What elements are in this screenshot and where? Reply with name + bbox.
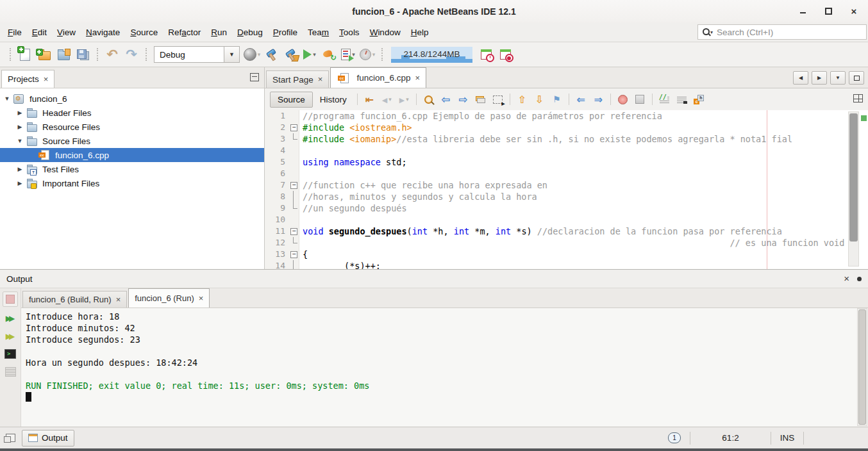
close-icon[interactable]: ×: [116, 297, 121, 303]
code-line-10[interactable]: 10: [265, 214, 868, 226]
source-view-button[interactable]: Source: [270, 92, 313, 108]
previous-bookmark-button[interactable]: [513, 91, 531, 108]
close-icon[interactable]: ×: [199, 295, 204, 302]
fold-marker[interactable]: −: [288, 226, 299, 237]
fold-marker[interactable]: −: [288, 122, 299, 133]
code-line-13[interactable]: 13−{: [265, 249, 868, 260]
tab-list-dropdown-button[interactable]: ▼: [830, 71, 846, 85]
rerun-button[interactable]: [3, 311, 17, 325]
debug-project-button[interactable]: [319, 45, 338, 64]
menu-edit[interactable]: Edit: [27, 24, 52, 40]
expander-icon[interactable]: ▶: [15, 166, 24, 172]
new-file-button[interactable]: [15, 45, 35, 64]
code-line-7[interactable]: 7−//function c++ que recibe una hora exp…: [265, 179, 868, 191]
dock-window-icon[interactable]: [6, 434, 15, 442]
run-dropdown-icon[interactable]: ▾: [313, 51, 316, 58]
code-line-14[interactable]: 14 (*s)++;: [265, 260, 868, 269]
find-next-button[interactable]: [455, 91, 472, 108]
code-line-6[interactable]: 6: [265, 168, 868, 179]
expander-icon[interactable]: ▶: [15, 110, 24, 116]
code-line-2[interactable]: 2−#include <iostream.h>: [265, 122, 868, 133]
combo-dropdown-icon[interactable]: ▼: [224, 47, 239, 62]
maximize-button[interactable]: [823, 6, 833, 17]
close-icon[interactable]: ×: [844, 274, 849, 283]
search-input[interactable]: [715, 27, 866, 38]
code-line-3[interactable]: 3#include <iomanip>//esta libreria debe …: [265, 133, 868, 145]
close-icon[interactable]: ×: [44, 76, 49, 83]
rerun-with-options-button[interactable]: [3, 329, 17, 343]
redo-button[interactable]: [122, 45, 141, 64]
expander-icon[interactable]: ▼: [3, 95, 12, 102]
notifications-badge[interactable]: 1: [668, 432, 681, 443]
last-edit-location-button[interactable]: [361, 91, 378, 108]
profiler-record-button[interactable]: [496, 45, 515, 64]
tree-item-important-files[interactable]: ▶Important Files: [0, 176, 264, 190]
save-all-button[interactable]: [73, 45, 92, 64]
open-project-button[interactable]: [54, 45, 73, 64]
output-minimized-button[interactable]: Output: [22, 430, 74, 447]
run-project-button[interactable]: ▾: [300, 45, 319, 64]
menu-window[interactable]: Window: [365, 24, 406, 40]
menu-view[interactable]: View: [52, 24, 81, 40]
profiler-snapshot-button[interactable]: [476, 45, 496, 64]
go-to-header-button[interactable]: [690, 91, 708, 108]
scroll-tabs-right-button[interactable]: ▶: [812, 71, 827, 85]
build-project-button[interactable]: [262, 45, 281, 64]
menu-refactor[interactable]: Refactor: [163, 24, 206, 40]
find-previous-button[interactable]: [437, 91, 455, 108]
close-button[interactable]: ×: [849, 6, 859, 17]
start-macro-recording-button[interactable]: [614, 91, 631, 108]
history-view-button[interactable]: History: [313, 92, 354, 107]
shift-left-button[interactable]: [572, 91, 590, 108]
memory-indicator[interactable]: 214.8/1244MB: [391, 47, 472, 63]
clean-build-button[interactable]: [281, 45, 300, 64]
output-vertical-scrollbar[interactable]: [857, 308, 867, 426]
undo-button[interactable]: [103, 45, 122, 64]
terminal-button[interactable]: [3, 347, 17, 361]
scrollbar-thumb[interactable]: [858, 309, 866, 425]
window-menu-dot-icon[interactable]: [857, 277, 862, 281]
menu-team[interactable]: Team: [303, 24, 334, 40]
code-line-12[interactable]: 12 // es una funcion void: [265, 237, 868, 249]
insert-mode-indicator[interactable]: INS: [771, 433, 803, 443]
expander-icon[interactable]: ▶: [15, 124, 24, 130]
search-dropdown-icon[interactable]: ▾: [710, 29, 713, 35]
menu-tools[interactable]: Tools: [334, 24, 365, 40]
menu-navigate[interactable]: Navigate: [81, 24, 125, 40]
code-line-8[interactable]: 8//horas, minutos y segundos y calcula l…: [265, 191, 868, 202]
connect-button[interactable]: ▾: [242, 45, 262, 64]
tree-item-test-files[interactable]: ▶TTest Files: [0, 162, 264, 176]
tree-item-source-files[interactable]: ▼Source Files: [0, 134, 264, 148]
code-line-4[interactable]: 4: [265, 145, 868, 156]
tab-start-page[interactable]: Start Page ×: [266, 70, 329, 88]
tree-item-resource-files[interactable]: ▶Resource Files: [0, 120, 264, 134]
minimize-button[interactable]: [797, 6, 808, 17]
back-button[interactable]: ▾: [378, 91, 396, 108]
menu-debug[interactable]: Debug: [232, 24, 268, 40]
code-line-5[interactable]: 5using namespace std;: [265, 156, 868, 168]
quick-search[interactable]: ▾: [697, 24, 867, 40]
split-document-button[interactable]: [853, 94, 863, 105]
shift-right-button[interactable]: [590, 91, 607, 108]
console-output[interactable]: Introduce hora: 18Introduce minutos: 42I…: [21, 308, 858, 426]
tree-item-funcion-6[interactable]: ▼⚙funcion_6: [0, 92, 264, 106]
scroll-tabs-left-button[interactable]: ◀: [793, 71, 808, 85]
close-icon[interactable]: ×: [318, 76, 323, 83]
stop-macro-recording-button[interactable]: [631, 91, 649, 108]
code-editor[interactable]: 1//programa funcion_6.cpp Ejemplo de pas…: [265, 110, 868, 269]
code-line-11[interactable]: 11−void segundo_despues(int *h, int *m, …: [265, 226, 868, 237]
tree-item-funcion-6-cpp[interactable]: ccfuncion_6.cpp: [0, 148, 264, 162]
rectangular-selection-button[interactable]: [489, 91, 506, 108]
scrollbar-thumb[interactable]: [849, 113, 858, 242]
menu-profile[interactable]: Profile: [268, 24, 303, 40]
next-bookmark-button[interactable]: [531, 91, 548, 108]
profile-project-button[interactable]: ▾: [338, 45, 358, 64]
tab-funcion-6-cpp[interactable]: cc funcion_6.cpp ×: [330, 67, 426, 88]
tab-projects[interactable]: Projects ×: [1, 70, 54, 88]
uncomment-button[interactable]: [656, 91, 673, 108]
menu-source[interactable]: Source: [125, 24, 163, 40]
expander-icon[interactable]: ▶: [15, 180, 24, 186]
close-icon[interactable]: ×: [415, 75, 420, 81]
menu-file[interactable]: File: [3, 24, 27, 40]
find-selection-button[interactable]: [420, 91, 437, 108]
